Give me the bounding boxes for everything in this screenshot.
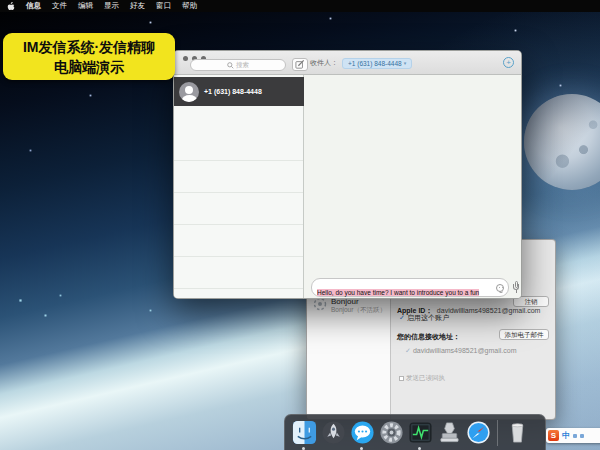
message-input-field[interactable]: Hello, do you have time? I want to intro…	[311, 278, 509, 297]
microphone-icon[interactable]	[513, 281, 519, 294]
address-label: davidwilliams498521@gmail.com	[413, 347, 517, 354]
running-indicator	[302, 447, 305, 450]
enable-account-label: 启用这个账户	[407, 314, 449, 321]
chevron-down-icon: ▾	[404, 60, 407, 66]
list-divider	[174, 288, 303, 289]
menu-item-file[interactable]: 文件	[52, 0, 67, 12]
callout-line2: 电脑端演示	[54, 57, 124, 77]
input-mode-indicator[interactable]: 中	[562, 430, 570, 441]
moon-image	[524, 94, 600, 190]
conversation-name: +1 (631) 848-4448	[204, 88, 262, 95]
dock-launchpad-icon[interactable]	[320, 420, 346, 446]
dock-finder-icon[interactable]	[291, 420, 317, 446]
contact-avatar	[179, 82, 199, 102]
list-divider	[174, 160, 303, 161]
receive-address-label: 您的信息接收地址：	[397, 332, 460, 342]
annotation-callout: IM发信系统·发信精聊 电脑端演示	[3, 33, 175, 80]
input-method-tool-icon[interactable]	[580, 434, 584, 438]
compose-icon	[295, 60, 305, 69]
dock-activity-monitor-icon[interactable]	[407, 420, 433, 446]
dock-separator	[497, 420, 498, 446]
bonjour-icon	[313, 297, 327, 311]
menu-bar: 信息 文件 编辑 显示 好友 窗口 帮助	[0, 0, 600, 12]
read-receipt-checkbox[interactable]: 发送已读回执	[399, 374, 445, 383]
checkbox-icon	[399, 376, 404, 381]
close-window-button[interactable]	[183, 56, 188, 61]
enable-account-checkbox[interactable]: ✓启用这个账户	[399, 313, 449, 323]
menu-item-view[interactable]: 显示	[104, 0, 119, 12]
search-icon	[227, 62, 234, 69]
list-divider	[174, 256, 303, 257]
selected-message-text: Hello, do you have time? I want to intro…	[317, 289, 479, 299]
dock-safari-icon[interactable]	[465, 420, 491, 446]
callout-line1: IM发信系统·发信精聊	[23, 37, 155, 57]
apple-menu-icon[interactable]	[6, 2, 15, 11]
input-method-tool-icon[interactable]	[573, 434, 577, 438]
apple-id-value: davidwilliams498521@gmail.com	[437, 307, 541, 314]
dock-messages-icon[interactable]	[349, 420, 375, 446]
dock-trash-icon[interactable]	[504, 420, 530, 446]
account-list-item-bonjour[interactable]: Bonjour Bonjour（不活跃）	[313, 297, 386, 315]
menu-item-app[interactable]: 信息	[26, 0, 41, 12]
dock	[284, 414, 546, 450]
menu-item-help[interactable]: 帮助	[182, 0, 197, 12]
menu-item-window[interactable]: 窗口	[156, 0, 171, 12]
dock-installer-icon[interactable]	[436, 420, 462, 446]
window-toolbar: 搜索 收件人： +1 (631) 848-4448 ▾ +	[174, 51, 521, 75]
list-divider	[174, 192, 303, 193]
menu-item-edit[interactable]: 编辑	[78, 0, 93, 12]
desktop: 信息 文件 编辑 显示 好友 窗口 帮助 IM发信系统·发信精聊 电脑端演示 B…	[0, 0, 600, 450]
compose-button[interactable]	[292, 58, 308, 71]
emoji-picker-icon[interactable]	[496, 284, 504, 292]
sogou-logo-icon[interactable]: S	[548, 430, 559, 441]
list-divider	[174, 224, 303, 225]
recipient-chip[interactable]: +1 (631) 848-4448 ▾	[342, 58, 412, 69]
message-transcript-area	[305, 76, 521, 298]
recipient-label: 收件人：	[310, 58, 338, 68]
input-method-bar[interactable]: S 中	[546, 428, 600, 443]
conversation-list: +1 (631) 848-4448	[174, 75, 304, 298]
recipient-row: 收件人： +1 (631) 848-4448 ▾	[310, 51, 521, 75]
dock-system-preferences-icon[interactable]	[378, 420, 404, 446]
search-input[interactable]: 搜索	[190, 59, 286, 71]
messages-window: 搜索 收件人： +1 (631) 848-4448 ▾ + +1 (631)	[173, 50, 522, 299]
running-indicator	[360, 447, 363, 450]
recipient-number: +1 (631) 848-4448	[348, 60, 402, 67]
read-receipt-label: 发送已读回执	[406, 374, 445, 381]
checkmark-icon: ✓	[405, 347, 411, 354]
account-status: Bonjour（不活跃）	[331, 306, 386, 315]
conversation-row-selected[interactable]: +1 (631) 848-4448	[174, 77, 304, 106]
checkmark-icon: ✓	[399, 314, 405, 321]
menu-item-buddies[interactable]: 好友	[130, 0, 145, 12]
add-recipient-button[interactable]: +	[503, 57, 514, 68]
add-email-button[interactable]: 添加电子邮件	[499, 329, 549, 340]
running-indicator	[418, 447, 421, 450]
search-placeholder: 搜索	[236, 61, 249, 70]
address-checkbox[interactable]: ✓davidwilliams498521@gmail.com	[405, 347, 516, 355]
